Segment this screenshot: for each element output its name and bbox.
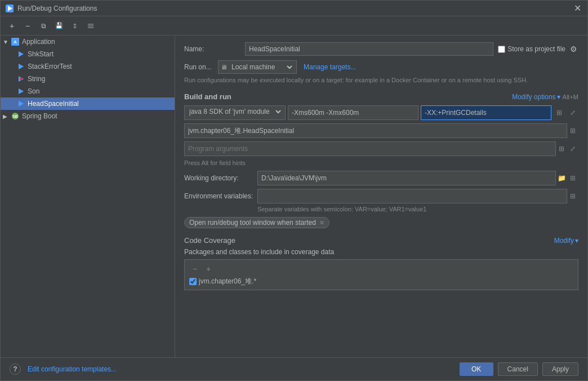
- coverage-modify-label: Modify: [554, 237, 574, 245]
- working-dir-label: Working directory:: [184, 174, 257, 182]
- vm-options-input[interactable]: [288, 105, 418, 120]
- build-run-header: Build and run Modify options ▾ Alt+M: [184, 92, 578, 101]
- open-tool-window-chip: Open run/debug tool window when started …: [184, 217, 578, 234]
- main-panel: Name: Store as project file ⚙ Run on... …: [175, 36, 587, 357]
- sidebar-item-son[interactable]: Son: [1, 85, 175, 98]
- store-project-checkbox[interactable]: [498, 46, 505, 53]
- sidebar-item-headspaceinitial[interactable]: HeadSpaceInitial: [1, 98, 175, 110]
- name-label: Name:: [184, 45, 240, 53]
- store-project-area: Store as project file ⚙: [498, 45, 578, 54]
- move-button[interactable]: [68, 19, 82, 33]
- sdk-row: java 8 SDK of 'jvm' module ⊞ ⤢: [184, 105, 578, 120]
- run-icon-son: [16, 87, 25, 96]
- apply-button[interactable]: Apply: [542, 362, 578, 376]
- shortcut-label: Alt+M: [563, 94, 578, 100]
- env-hint: Separate variables with semicolon: VAR=v…: [184, 206, 578, 212]
- main-class-input[interactable]: [184, 123, 567, 138]
- env-var-label: Environment variables:: [184, 192, 257, 200]
- expand-vm-btn[interactable]: ⤢: [567, 105, 578, 120]
- coverage-modify-chevron: ▾: [575, 237, 578, 245]
- close-icon[interactable]: ✕: [572, 3, 583, 14]
- remove-button[interactable]: −: [21, 19, 34, 33]
- working-dir-input[interactable]: [257, 171, 556, 185]
- coverage-remove-btn[interactable]: −: [189, 263, 201, 274]
- coverage-add-btn[interactable]: +: [203, 263, 214, 274]
- title-bar: Run/Debug Configurations ✕: [1, 1, 587, 16]
- shkstart-label: ShkStart: [28, 50, 54, 58]
- coverage-title: Code Coverage: [184, 236, 235, 245]
- program-args-row: ⊞ ⤢: [184, 141, 578, 156]
- sidebar: ▼ A Application ShkStart: [1, 36, 175, 357]
- copy-button[interactable]: ⧉: [37, 19, 50, 33]
- run-icon-headspaceinitial: [16, 99, 25, 108]
- svg-text:SB: SB: [12, 114, 18, 118]
- store-project-text: Store as project file: [507, 45, 565, 53]
- run-on-select[interactable]: Local machine: [229, 63, 294, 72]
- add-button[interactable]: +: [5, 19, 19, 33]
- expand-arrow-springboot: ▶: [3, 113, 11, 119]
- application-group-label: Application: [22, 38, 55, 46]
- env-var-icon[interactable]: ⊞: [567, 189, 578, 203]
- run-on-row: Run on... 🖥 Local machine Manage targets…: [184, 60, 578, 74]
- cancel-button[interactable]: Cancel: [498, 362, 538, 376]
- sidebar-item-shkstart[interactable]: ShkStart: [1, 48, 175, 60]
- browse-dir-icon[interactable]: 📁: [556, 171, 567, 185]
- toolbar: + − ⧉ 💾: [1, 16, 587, 36]
- working-dir-row: Working directory: 📁 ⊞: [184, 171, 578, 185]
- svg-text:A: A: [14, 39, 17, 45]
- edit-templates-link[interactable]: Edit configuration templates...: [28, 365, 117, 373]
- application-group-icon: A: [11, 37, 20, 46]
- working-dir-icon[interactable]: ⊞: [567, 171, 578, 185]
- program-args-expand[interactable]: ⤢: [567, 141, 578, 156]
- svg-text:✕: ✕: [19, 77, 23, 82]
- env-var-row: Environment variables: ⊞: [184, 189, 578, 203]
- footer-right: OK Cancel Apply: [460, 362, 578, 376]
- sidebar-item-stackerrortest[interactable]: StackErrorTest: [1, 60, 175, 73]
- help-button[interactable]: ?: [10, 364, 21, 375]
- env-var-input[interactable]: [257, 189, 567, 203]
- vm-highlighted-input[interactable]: [421, 105, 551, 120]
- program-args-input[interactable]: [184, 141, 556, 156]
- program-args-icon[interactable]: ⊞: [556, 141, 567, 156]
- son-label: Son: [28, 87, 39, 95]
- save-button[interactable]: 💾: [52, 19, 66, 33]
- sort-button[interactable]: [84, 19, 97, 33]
- footer: ? Edit configuration templates... OK Can…: [1, 357, 587, 380]
- modify-options-button[interactable]: Modify options ▾: [512, 93, 560, 101]
- dialog-title: Run/Debug Configurations: [17, 5, 572, 12]
- footer-left: ? Edit configuration templates...: [10, 364, 117, 375]
- coverage-modify-button[interactable]: Modify ▾: [554, 237, 578, 245]
- main-class-icon[interactable]: ⊞: [567, 123, 578, 138]
- main-class-row: ⊞: [184, 123, 578, 138]
- coverage-item: jvm.chapter06_堆.*: [189, 277, 573, 286]
- run-icon-string: ✕: [16, 74, 25, 83]
- coverage-item-label: jvm.chapter06_堆.*: [199, 277, 256, 286]
- run-on-hint: Run configurations may be executed local…: [184, 76, 578, 85]
- sdk-dropdown[interactable]: java 8 SDK of 'jvm' module: [187, 107, 283, 116]
- sidebar-item-application[interactable]: ▼ A Application: [1, 36, 175, 48]
- chip-close-icon[interactable]: ✕: [319, 219, 324, 227]
- press-alt-hint: Press Alt for field hints: [184, 160, 578, 166]
- expand-vm-icon[interactable]: ⊞: [554, 105, 565, 120]
- springboot-group-icon: SB: [11, 112, 20, 121]
- svg-marker-3: [73, 26, 77, 29]
- sidebar-item-string[interactable]: ✕ String: [1, 73, 175, 85]
- svg-marker-14: [19, 101, 24, 107]
- packages-label: Packages and classes to include in cover…: [184, 248, 578, 256]
- run-icon-stackerrortest: [16, 62, 25, 71]
- ok-button[interactable]: OK: [460, 362, 493, 376]
- coverage-toolbar: − +: [189, 263, 573, 274]
- store-project-label[interactable]: Store as project file: [498, 45, 565, 53]
- modify-options-label: Modify options: [512, 93, 555, 101]
- manage-targets-link[interactable]: Manage targets...: [304, 63, 356, 71]
- content-area: ▼ A Application ShkStart: [1, 36, 587, 357]
- coverage-item-checkbox[interactable]: [189, 278, 197, 285]
- name-input[interactable]: [245, 42, 493, 56]
- run-on-dropdown[interactable]: 🖥 Local machine: [218, 60, 297, 74]
- svg-marker-9: [19, 51, 24, 57]
- coverage-header: Code Coverage Modify ▾: [184, 236, 578, 245]
- gear-button[interactable]: ⚙: [569, 45, 578, 54]
- build-run-title: Build and run: [184, 92, 231, 101]
- sdk-select[interactable]: java 8 SDK of 'jvm' module: [184, 105, 286, 120]
- sidebar-item-springboot[interactable]: ▶ SB Spring Boot: [1, 110, 175, 122]
